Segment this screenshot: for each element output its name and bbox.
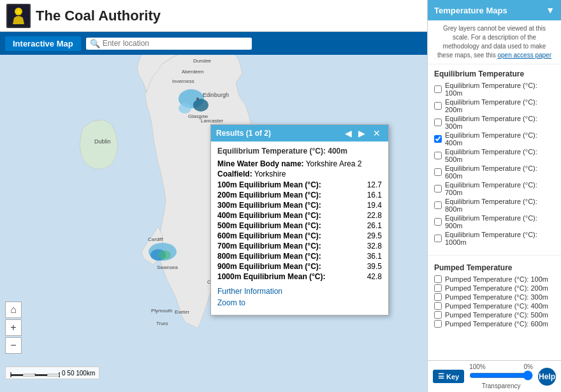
key-button[interactable]: ☰ Key	[433, 370, 464, 383]
pumped-section-title: Pumped Temperature	[434, 263, 555, 272]
pumped-layer-checkbox-1[interactable]	[434, 284, 442, 292]
logo-area: The Coal Authority	[6, 4, 161, 28]
popup-row-label: 400m Equilibrium Mean (°C):	[217, 211, 321, 220]
popup-row-value: 16.1	[367, 191, 382, 200]
popup-nav: ◀ ▶ ✕	[344, 128, 383, 138]
pumped-layer-checkbox-0[interactable]	[434, 275, 442, 283]
pumped-layer-label-0: Pumped Temperature (°C): 100m	[445, 275, 548, 283]
equilibrium-section-title: Equilibrium Temperature	[434, 69, 555, 78]
popup-row-value: 36.1	[367, 252, 382, 261]
help-button[interactable]: Help	[538, 368, 556, 386]
popup-row-label: 100m Equilibrium Mean (°C):	[217, 180, 321, 189]
right-panel: Temperature Maps ▼ Grey layers cannot be…	[427, 0, 561, 392]
transparency-labels: 100% 0%	[469, 363, 533, 370]
org-title: The Coal Authority	[36, 8, 161, 24]
equilibrium-layer-checkbox-1[interactable]	[434, 102, 442, 110]
equilibrium-layer-label-1: Equilibrium Temperature (°C): 200m	[445, 98, 555, 113]
popup-row-label: 800m Equilibrium Mean (°C):	[217, 252, 321, 261]
popup-data-row-7: 800m Equilibrium Mean (°C):36.1	[217, 251, 382, 261]
popup-data-row-8: 900m Equilibrium Mean (°C):39.5	[217, 261, 382, 272]
svg-text:Dublin: Dublin	[94, 138, 111, 145]
svg-rect-58	[11, 374, 23, 376]
popup-prev-button[interactable]: ◀	[344, 128, 353, 138]
svg-point-16	[196, 98, 199, 100]
equilibrium-layer-checkbox-6[interactable]	[434, 185, 442, 192]
transparency-section: 100% 0% Transparency	[467, 363, 536, 389]
key-icon: ☰	[438, 372, 444, 381]
search-input[interactable]	[103, 39, 248, 48]
equilibrium-layer-checkbox-2[interactable]	[434, 119, 442, 126]
svg-rect-60	[35, 374, 47, 376]
popup-row-value: 22.8	[367, 211, 382, 220]
further-information-link[interactable]: Further Information	[217, 287, 382, 296]
popup-row-label: 600m Equilibrium Mean (°C):	[217, 231, 321, 240]
svg-text:Swansea: Swansea	[157, 265, 178, 270]
transparency-slider[interactable]	[469, 370, 533, 381]
transparency-left: 100%	[469, 363, 486, 370]
pumped-layer-checkbox-3[interactable]	[434, 302, 442, 310]
svg-point-4	[193, 99, 208, 112]
panel-dropdown-icon[interactable]: ▼	[546, 5, 555, 15]
equilibrium-layer-checkbox-0[interactable]	[434, 85, 442, 93]
equilibrium-layer-label-6: Equilibrium Temperature (°C): 700m	[445, 181, 555, 196]
pumped-layer-row: Pumped Temperature (°C): 200m	[434, 284, 555, 292]
panel-title: Temperature Maps	[434, 6, 507, 15]
transparency-right: 0%	[524, 363, 533, 370]
map-controls: ⌂ + −	[5, 301, 22, 354]
equilibrium-layer-checkbox-8[interactable]	[434, 218, 442, 226]
equilibrium-layer-checkbox-3[interactable]	[434, 135, 442, 143]
equilibrium-layer-label-7: Equilibrium Temperature (°C): 800m	[445, 198, 555, 213]
popup-row-value: 12.7	[367, 180, 382, 189]
zoom-out-button[interactable]: −	[5, 337, 22, 354]
panel-title-bar: Temperature Maps ▼	[428, 0, 561, 20]
popup-row-value: 26.1	[367, 221, 382, 230]
pumped-layer-label-5: Pumped Temperature (°C): 600m	[445, 320, 548, 328]
zoom-to-link[interactable]: Zoom to	[217, 298, 382, 307]
popup-row-value: 19.4	[367, 201, 382, 210]
equilibrium-layer-checkbox-4[interactable]	[434, 152, 442, 159]
pumped-layer-checkbox-2[interactable]	[434, 293, 442, 301]
equilibrium-layer-label-0: Equilibrium Temperature (°C): 100m	[445, 82, 555, 97]
svg-text:Edinburgh: Edinburgh	[203, 92, 229, 98]
equilibrium-layer-checkbox-5[interactable]	[434, 168, 442, 176]
popup-field-coalfield: Coalfield: Yorkshire	[217, 170, 382, 178]
popup-row-label: 900m Equilibrium Mean (°C):	[217, 262, 321, 271]
equilibrium-layer-checkbox-9[interactable]	[434, 235, 442, 242]
result-popup: Results (1 of 2) ◀ ▶ ✕ Equilibrium Tempe…	[210, 124, 389, 316]
popup-body: Equilibrium Temperature (°C): 400m Mine …	[211, 142, 388, 315]
popup-row-value: 29.5	[367, 231, 382, 240]
equilibrium-section: Equilibrium Temperature Equilibrium Temp…	[428, 64, 561, 252]
popup-row-label: 1000m Equilibrium Mean (°C):	[217, 272, 326, 281]
popup-close-button[interactable]: ✕	[370, 128, 383, 138]
popup-field-name: Mine Water Body name: Yorkshire Area 2	[217, 159, 382, 168]
popup-data-row-6: 700m Equilibrium Mean (°C):32.8	[217, 241, 382, 251]
equilibrium-layer-row: Equilibrium Temperature (°C): 300m	[434, 115, 555, 130]
popup-coalfield-value: Yorkshire	[254, 170, 286, 178]
map-area[interactable]: Edinburgh Glasgow Newcastle Leeds Sheffi…	[0, 0, 427, 392]
popup-next-button[interactable]: ▶	[357, 128, 367, 138]
panel-notice: Grey layers cannot be viewed at this sca…	[428, 20, 561, 64]
equilibrium-layer-row: Equilibrium Temperature (°C): 500m	[434, 148, 555, 163]
panel-bottom: ☰ Key 100% 0% Transparency Help	[427, 360, 561, 392]
equilibrium-layer-label-4: Equilibrium Temperature (°C): 500m	[445, 148, 555, 163]
home-button[interactable]: ⌂	[5, 301, 22, 318]
pumped-layer-row: Pumped Temperature (°C): 600m	[434, 320, 555, 328]
pumped-section: Pumped Temperature Pumped Temperature (°…	[428, 258, 561, 334]
svg-text:Lancaster: Lancaster	[201, 118, 223, 124]
navbar: Interactive Map 🔍	[0, 32, 427, 55]
svg-text:Cardiff: Cardiff	[148, 236, 163, 242]
zoom-in-button[interactable]: +	[5, 319, 22, 336]
popup-data-row-0: 100m Equilibrium Mean (°C):12.7	[217, 180, 382, 190]
logo-emblem	[6, 4, 31, 28]
interactive-map-button[interactable]: Interactive Map	[5, 36, 81, 51]
popup-layer-title: Equilibrium Temperature (°C): 400m	[217, 147, 382, 156]
pumped-layer-checkbox-5[interactable]	[434, 320, 442, 328]
equilibrium-layer-row: Equilibrium Temperature (°C): 600m	[434, 164, 555, 180]
open-access-paper-link[interactable]: open access paper	[497, 52, 551, 59]
pumped-layer-row: Pumped Temperature (°C): 500m	[434, 311, 555, 319]
pumped-layer-checkbox-4[interactable]	[434, 311, 442, 319]
svg-text:Plymouth: Plymouth	[151, 308, 172, 314]
equilibrium-layer-checkbox-7[interactable]	[434, 201, 442, 209]
equilibrium-layer-row: Equilibrium Temperature (°C): 200m	[434, 98, 555, 113]
pumped-layer-label-1: Pumped Temperature (°C): 200m	[445, 284, 548, 292]
